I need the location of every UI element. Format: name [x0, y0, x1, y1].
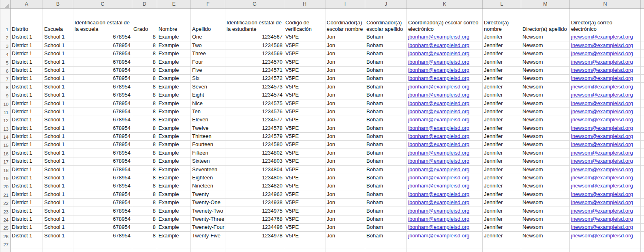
row-header-19[interactable]: 19 — [0, 174, 11, 182]
cell-L4[interactable]: Jennifer — [483, 50, 521, 58]
cell-H10[interactable]: V5PE — [284, 99, 325, 108]
cell-Kx[interactable] — [407, 248, 483, 252]
cell-B1[interactable]: Escuela — [43, 9, 73, 33]
cell-J3[interactable]: Boham — [365, 41, 407, 50]
cell-N24[interactable]: jnewsom@exampleisd.org — [570, 215, 641, 224]
cell-I16[interactable]: Jon — [325, 149, 365, 157]
cell-K16[interactable]: jbonham@exampleisd.org — [407, 149, 483, 157]
email-link[interactable]: jbonham@exampleisd.org — [408, 75, 469, 82]
cell-E23[interactable]: Example — [157, 207, 191, 215]
cell-E5[interactable]: Example — [157, 58, 191, 66]
cell-F3[interactable]: Two — [191, 41, 225, 50]
cell-B26[interactable]: School 1 — [43, 232, 73, 240]
cell-K19[interactable]: jbonham@exampleisd.org — [407, 174, 483, 182]
cell-I11[interactable]: Jon — [325, 108, 365, 116]
cell-B22[interactable]: School 1 — [43, 199, 73, 207]
email-link[interactable]: jbonham@exampleisd.org — [408, 91, 469, 99]
row-header-21[interactable]: 21 — [0, 190, 11, 198]
cell-A5[interactable]: District 1 — [11, 58, 43, 66]
cell-D8[interactable]: 8 — [132, 83, 157, 91]
cell-G16[interactable]: 1234802 — [225, 149, 284, 157]
cell-A19[interactable]: District 1 — [11, 174, 43, 182]
cell-E2[interactable]: Example — [157, 33, 191, 41]
cell-L16[interactable]: Jennifer — [483, 149, 521, 157]
column-header-J[interactable]: J — [365, 0, 407, 9]
cell-F9[interactable]: Eight — [191, 91, 225, 99]
cell-B13[interactable]: School 1 — [43, 124, 73, 132]
cell-H12[interactable]: V5PE — [284, 116, 325, 124]
cell-A22[interactable]: District 1 — [11, 199, 43, 207]
cell-J18[interactable]: Boham — [365, 166, 407, 174]
row-header-27[interactable]: 27 — [0, 240, 11, 248]
cell-A3[interactable]: District 1 — [11, 41, 43, 50]
cell-B6[interactable]: School 1 — [43, 67, 73, 75]
cell-J19[interactable]: Boham — [365, 174, 407, 182]
cell-L23[interactable]: Jennifer — [483, 207, 521, 215]
cell-F24[interactable]: Twenty-Three — [191, 215, 225, 224]
cell-J17[interactable]: Boham — [365, 157, 407, 166]
cell-I9[interactable]: Jon — [325, 91, 365, 99]
cell-F12[interactable]: Eleven — [191, 116, 225, 124]
cell-C11[interactable]: 678954 — [73, 108, 132, 116]
cell-N12[interactable]: jnewsom@exampleisd.org — [570, 116, 641, 124]
cell-D17[interactable]: 8 — [132, 157, 157, 166]
cell-D22[interactable]: 8 — [132, 199, 157, 207]
cell-J26[interactable]: Boham — [365, 232, 407, 240]
cell-E16[interactable]: Example — [157, 149, 191, 157]
cell-H7[interactable]: V5PE — [284, 75, 325, 83]
cell-L26[interactable]: Jennifer — [483, 232, 521, 240]
cell-I6[interactable]: Jon — [325, 67, 365, 75]
cell-L13[interactable]: Jennifer — [483, 124, 521, 132]
cell-F27[interactable] — [191, 240, 225, 248]
cell-M21[interactable]: Newsom — [521, 190, 570, 198]
cell-N11[interactable]: jnewsom@exampleisd.org — [570, 108, 641, 116]
cell-D10[interactable]: 8 — [132, 99, 157, 108]
cell-K8[interactable]: jbonham@exampleisd.org — [407, 83, 483, 91]
email-link[interactable]: jbonham@exampleisd.org — [408, 215, 469, 223]
cell-J1[interactable]: Coordinador(a) escolar apellido — [365, 9, 407, 33]
cell-G12[interactable]: 1234577 — [225, 116, 284, 124]
cell-N27[interactable] — [570, 240, 641, 248]
cell-L2[interactable]: Jennifer — [483, 33, 521, 41]
cell-C22[interactable]: 678954 — [73, 199, 132, 207]
cell-E7[interactable]: Example — [157, 75, 191, 83]
cell-N25[interactable]: jnewsom@exampleisd.org — [570, 224, 641, 232]
cell-D15[interactable]: 8 — [132, 141, 157, 149]
cell-N15[interactable]: jnewsom@exampleisd.org — [570, 141, 641, 149]
row-header-8[interactable]: 8 — [0, 83, 11, 91]
cell-D24[interactable]: 8 — [132, 215, 157, 224]
cell-D1[interactable]: Grado — [132, 9, 157, 33]
cell-N2[interactable]: jnewsom@exampleisd.org — [570, 33, 641, 41]
cell-H15[interactable]: V5PE — [284, 141, 325, 149]
cell-G9[interactable]: 1234574 — [225, 91, 284, 99]
cell-J5[interactable]: Boham — [365, 58, 407, 66]
email-link[interactable]: jnewsom@exampleisd.org — [571, 100, 633, 107]
cell-J21[interactable]: Boham — [365, 190, 407, 198]
cell-M14[interactable]: Newsom — [521, 133, 570, 141]
cell-M11[interactable]: Newsom — [521, 108, 570, 116]
cell-M22[interactable]: Newsom — [521, 199, 570, 207]
column-header-D[interactable]: D — [132, 0, 157, 9]
cell-H19[interactable]: V5PE — [284, 174, 325, 182]
cell-L8[interactable]: Jennifer — [483, 83, 521, 91]
cell-H8[interactable]: V5PE — [284, 83, 325, 91]
cell-H22[interactable]: V5PE — [284, 199, 325, 207]
cell-B12[interactable]: School 1 — [43, 116, 73, 124]
cell-K21[interactable]: jbonham@exampleisd.org — [407, 190, 483, 198]
cell-F6[interactable]: Five — [191, 67, 225, 75]
cell-M5[interactable]: Newsom — [521, 58, 570, 66]
cell-B24[interactable]: School 1 — [43, 215, 73, 224]
email-link[interactable]: jbonham@exampleisd.org — [408, 67, 469, 74]
cell-D6[interactable]: 8 — [132, 67, 157, 75]
cell-B4[interactable]: School 1 — [43, 50, 73, 58]
cell-N8[interactable]: jnewsom@exampleisd.org — [570, 83, 641, 91]
email-link[interactable]: jnewsom@exampleisd.org — [571, 199, 633, 206]
cell-L24[interactable]: Jennifer — [483, 215, 521, 224]
cell-H14[interactable]: V5PE — [284, 133, 325, 141]
cell-G25[interactable]: 1234496 — [225, 224, 284, 232]
cell-J16[interactable]: Boham — [365, 149, 407, 157]
cell-F5[interactable]: Four — [191, 58, 225, 66]
column-header-K[interactable]: K — [407, 0, 483, 9]
cell-D5[interactable]: 8 — [132, 58, 157, 66]
cell-L10[interactable]: Jennifer — [483, 99, 521, 108]
